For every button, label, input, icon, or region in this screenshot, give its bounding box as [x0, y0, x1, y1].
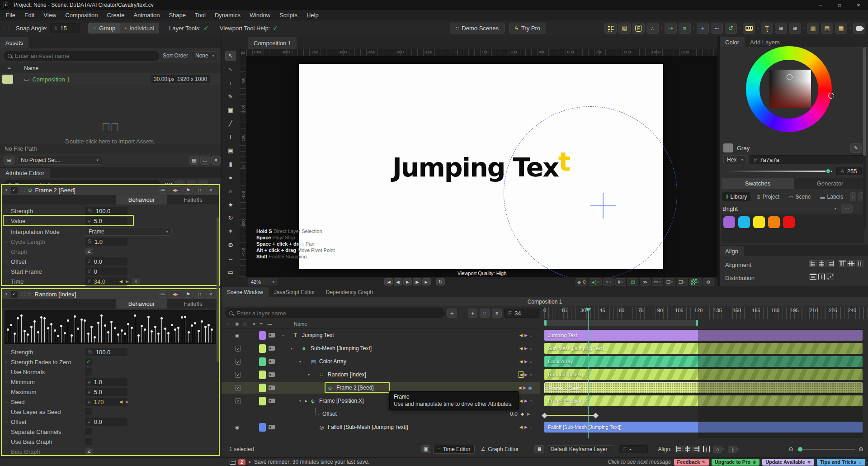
try-pro-button[interactable]: ϟ Try Pro [509, 23, 546, 33]
frame-bounds-icon[interactable]: ▭▷ [652, 278, 663, 286]
grid-view-button[interactable]: ∷ [850, 192, 857, 201]
falloff-circle-overlay[interactable] [504, 106, 677, 277]
status-button-feedback[interactable]: Feedback✎ [674, 459, 709, 466]
pivot-crosshair[interactable] [590, 193, 616, 219]
go-to-end-icon[interactable]: ▶| [422, 278, 431, 285]
menu-help[interactable]: Help [302, 10, 323, 20]
connect-dot-icon[interactable]: ○ [5, 399, 11, 404]
panel-divider[interactable] [717, 36, 720, 286]
layer-search-input[interactable]: Enter a layer name [225, 308, 445, 318]
tab-generator[interactable]: Generator [794, 178, 866, 189]
library-source-labels[interactable]: ▬Labels [817, 192, 847, 201]
filter-utility-button[interactable]: ∷ [480, 309, 490, 318]
align-center-h-icon[interactable] [818, 260, 826, 267]
zoom-in-icon[interactable]: ⊕ [859, 446, 863, 452]
key-next-icon[interactable]: ▶ [126, 399, 129, 404]
alpha-slider[interactable] [723, 171, 832, 172]
stagger-a-icon[interactable]: ≋ [775, 23, 787, 34]
timeline-bar-frame-position-x-[interactable]: Frame [Position.X] [544, 395, 863, 406]
scrollbar[interactable] [863, 47, 866, 228]
pan-tool-icon[interactable]: + [225, 78, 236, 88]
align-left-icon[interactable] [675, 446, 683, 452]
library-source-library[interactable]: ⫼Library [722, 192, 750, 201]
project-icon[interactable]: ⊞ [4, 156, 14, 165]
eyedropper-button[interactable]: ✎ [850, 143, 862, 153]
timeline-bar-color-array[interactable]: Color Array [544, 356, 863, 367]
step-forward-icon[interactable]: |▶ [413, 278, 421, 285]
connect-dot-icon[interactable]: ○ [5, 279, 11, 284]
current-frame-field[interactable]: F 34 [504, 309, 540, 318]
speaker-icon[interactable]: ◄ [251, 321, 256, 326]
timeline-bar-frame-2-seed-[interactable]: Frame 2 [Seed] [544, 382, 863, 393]
graph-button[interactable]: ∠ [85, 448, 93, 455]
dope-sheet-button[interactable]: ▣ [421, 445, 430, 453]
align-bottom-icon[interactable] [856, 260, 863, 267]
attribute-field[interactable]: #0 [85, 267, 127, 276]
palette-menu-button[interactable]: ⋯ [841, 204, 853, 213]
tab-behaviour[interactable]: Behaviour [116, 299, 167, 309]
distribute-v-icon[interactable] [818, 273, 826, 280]
menu-shape[interactable]: Shape [164, 10, 190, 20]
cube-icon[interactable]: ◇ [243, 321, 247, 326]
zoom-slider-knob[interactable] [798, 447, 802, 452]
align-right-icon[interactable] [692, 446, 700, 452]
menu-view[interactable]: View [39, 10, 61, 20]
sort-order-dropdown[interactable]: None▾ [192, 51, 218, 60]
attribute-field[interactable]: %100.0 [85, 207, 127, 215]
box-select-icon[interactable] [703, 446, 710, 452]
alpha-slider-knob[interactable] [826, 168, 831, 174]
speaker-icon[interactable]: ◄)▷ [589, 278, 602, 286]
width-tool-icon[interactable]: ↔ [225, 253, 236, 264]
loop-icon[interactable]: ↻ [436, 278, 445, 285]
lock-icon[interactable]: ⌂ [227, 321, 230, 326]
tab-attribute-editor[interactable]: Attribute Editor [0, 168, 50, 178]
select-tool-icon[interactable]: ↖ [225, 51, 236, 61]
color-swatch[interactable] [738, 216, 750, 228]
folder-icon[interactable]: ▤ [189, 156, 199, 165]
work-area-bar[interactable] [544, 320, 698, 326]
keyframe-layer-field[interactable]: F- [619, 445, 648, 453]
solo-radio[interactable] [21, 292, 25, 296]
layers-green-icon[interactable]: ▤ [627, 278, 638, 286]
rotate-icon[interactable]: ↺ [725, 23, 737, 34]
stagger-b-icon[interactable]: ≋ [789, 23, 801, 34]
sparkle-tool-icon[interactable]: ✶ [225, 226, 236, 237]
capsule-tool-icon[interactable]: ▭ [225, 267, 236, 277]
text-tool-icon[interactable]: T [225, 132, 236, 142]
timeline-bar-falloff-sub-mesh-jumping-text-[interactable]: Falloff [Sub-Mesh [Jumping Text]] [544, 422, 863, 433]
menu-composition[interactable]: Composition [61, 10, 102, 20]
dots-icon[interactable]: ••• [711, 23, 723, 34]
connect-dot-icon[interactable]: ○ [5, 429, 11, 434]
connect-dot-icon[interactable]: ○ [5, 370, 11, 374]
keyframe-nav-icon[interactable]: ◀▶ [170, 290, 181, 298]
align-top-icon[interactable] [839, 260, 846, 267]
alpha-value-field[interactable]: A 255 [836, 167, 862, 175]
timeline-bar-jumping-text[interactable]: Jumping Text [544, 330, 863, 341]
step-back-icon[interactable]: ◀| [394, 278, 402, 285]
keyframe-diamond[interactable] [542, 413, 547, 418]
asset-color-swatch[interactable] [2, 75, 13, 84]
keyframe-layer-icon[interactable]: ≣ [534, 445, 544, 453]
close-icon[interactable]: × [206, 290, 215, 298]
tab-align[interactable]: Align [720, 246, 744, 256]
ellipse-tool-icon[interactable]: ● [225, 172, 236, 183]
connect-dot-icon[interactable]: ○ [5, 409, 11, 414]
key-next-icon[interactable]: ▶ [126, 279, 129, 284]
frame-tag-badge[interactable]: ◆0 [576, 278, 587, 286]
snap-angle-field[interactable]: # 15 [50, 23, 80, 33]
duplicates-icon[interactable]: ❐▷ [677, 278, 688, 286]
align-center-h-icon[interactable] [684, 446, 691, 452]
tab-javascript-editor[interactable]: JavaScript Editor [269, 287, 321, 297]
settings-tool-icon[interactable]: ⚙ [225, 240, 236, 250]
attribute-section-header[interactable]: ▾✓ψFrame 2 [Seed]≔◀▶⚑∷× [2, 185, 219, 195]
attribute-dropdown[interactable]: Frame▾ [85, 228, 172, 236]
connect-dot-icon[interactable]: ○ [5, 419, 11, 424]
graph-editor-button[interactable]: ∠Graph Editor [476, 445, 523, 454]
hue-cursor[interactable] [828, 93, 834, 99]
move-dots-icon[interactable]: ∷ [195, 290, 204, 298]
tab-swatches[interactable]: Swatches [722, 178, 794, 189]
attribute-field[interactable]: #5.0 [85, 388, 127, 396]
columns-icon[interactable]: ▥ [807, 23, 819, 34]
next-message-link[interactable]: Click to see next message [608, 459, 671, 465]
menu-dynamics[interactable]: Dynamics [210, 10, 245, 20]
